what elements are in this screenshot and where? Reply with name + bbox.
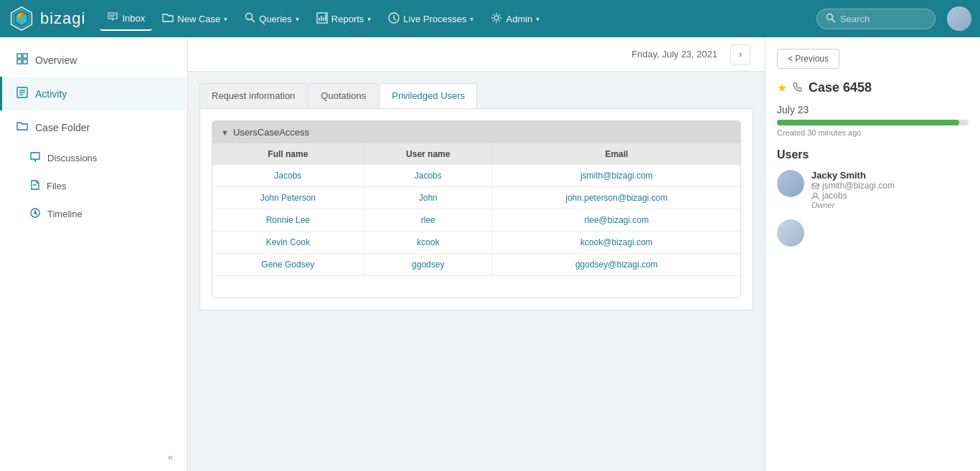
svg-rect-20 xyxy=(17,60,22,64)
sidebar-item-timeline-label: Timeline xyxy=(47,209,83,219)
nav-live-processes[interactable]: Live Processes ▾ xyxy=(381,8,481,30)
previous-button-label: < Previous xyxy=(788,54,829,64)
svg-line-8 xyxy=(252,19,255,23)
sidebar-item-activity-label: Activity xyxy=(35,88,67,100)
user-avatar-img xyxy=(947,6,971,31)
timeline-icon xyxy=(30,208,40,220)
search-icon xyxy=(826,13,836,25)
svg-point-32 xyxy=(814,193,817,196)
progress-label: Created 30 minutes ago xyxy=(777,128,969,137)
section-title: UsersCaseAccess xyxy=(233,127,309,138)
case-title: Case 6458 xyxy=(809,80,872,95)
next-arrow-button[interactable]: › xyxy=(730,44,750,65)
users-table: Full name User name Email JacobsJacobsjs… xyxy=(212,143,740,298)
table-row: John PetersonJohnjohn.peterson@bizagi.co… xyxy=(212,187,740,209)
svg-point-7 xyxy=(246,14,253,20)
users-section: Users Jacky Smith jsmith@bizagi.com jaco… xyxy=(777,148,969,247)
user-role-1: Owner xyxy=(811,201,969,209)
cell-email-3: kcook@bizagi.com xyxy=(492,232,740,254)
sidebar-item-activity[interactable]: Activity xyxy=(0,77,187,110)
svg-rect-18 xyxy=(17,54,22,58)
files-icon xyxy=(30,180,39,192)
user-username-1: jacobs xyxy=(811,191,969,201)
tab-privileged-users[interactable]: Priviledged Users xyxy=(380,83,477,108)
case-date: July 23 xyxy=(777,104,969,115)
previous-button[interactable]: < Previous xyxy=(777,49,839,69)
cell-email-2: rlee@bizagi.com xyxy=(492,209,740,232)
sidebar-item-case-folder[interactable]: Case Folder xyxy=(0,110,187,144)
table-row: Ronnie Leerleerlee@bizagi.com xyxy=(212,209,740,232)
user-icon-1 xyxy=(811,192,819,200)
col-username: User name xyxy=(364,143,492,165)
tab-content: ▼ UsersCaseAccess Full name User name Em… xyxy=(199,108,753,310)
sidebar-collapse-button[interactable]: « xyxy=(0,443,187,471)
sidebar: Overview Activity Case Folder Discussion… xyxy=(0,37,188,471)
right-panel: < Previous ★ Case 6458 July 23 Created 3… xyxy=(765,37,980,471)
cell-user_name-1: John xyxy=(364,187,492,209)
progress-bar-fill xyxy=(777,120,959,125)
user-avatar-1 xyxy=(777,170,804,197)
nav-new-case-label: New Case xyxy=(177,14,220,24)
main-body: Request information Quotations Priviledg… xyxy=(188,72,765,471)
tab-quotations[interactable]: Quotations xyxy=(308,83,378,108)
cell-user_name-2: rlee xyxy=(364,209,492,232)
user-avatar-2 xyxy=(777,219,804,247)
user-avatar[interactable] xyxy=(947,6,971,31)
new-case-chevron: ▾ xyxy=(224,15,227,23)
table-row: Gene Godseyggodseyggodsey@bizagi.com xyxy=(212,254,740,276)
nav-queries[interactable]: Queries ▾ xyxy=(237,8,306,29)
svg-line-17 xyxy=(832,19,836,22)
svg-point-30 xyxy=(34,212,36,214)
top-navigation: bizagi Inbox New Case ▾ Queries ▾ Report… xyxy=(0,0,980,37)
user-card-1: Jacky Smith jsmith@bizagi.com jacobs Own… xyxy=(777,170,969,209)
nav-reports[interactable]: Reports ▾ xyxy=(309,8,379,30)
inbox-icon xyxy=(107,11,118,25)
nav-new-case[interactable]: New Case ▾ xyxy=(155,8,235,30)
search-input[interactable] xyxy=(840,14,926,24)
nav-admin[interactable]: Admin ▾ xyxy=(484,8,547,30)
table-empty-row xyxy=(212,276,740,298)
email-icon-1 xyxy=(811,182,819,190)
next-arrow-icon: › xyxy=(739,49,742,60)
cell-full_name-3: Kevin Cook xyxy=(212,232,364,254)
phone-icon xyxy=(793,82,803,94)
case-folder-icon xyxy=(17,120,28,134)
tab-request-information[interactable]: Request information xyxy=(199,83,307,108)
cell-user_name-4: ggodsey xyxy=(364,254,492,276)
user-email-1: jsmith@bizagi.com xyxy=(811,181,969,191)
tab-request-information-label: Request information xyxy=(212,90,295,101)
sidebar-item-overview[interactable]: Overview xyxy=(0,43,187,77)
col-email: Email xyxy=(492,143,740,165)
date-label: Friday, July 23, 2021 xyxy=(202,49,725,60)
sidebar-item-discussions[interactable]: Discussions xyxy=(0,144,187,172)
search-box[interactable] xyxy=(816,9,936,29)
table-row: JacobsJacobsjsmith@bizagi.com xyxy=(212,165,740,187)
cell-email-4: ggodsey@bizagi.com xyxy=(492,254,740,276)
sidebar-item-timeline[interactable]: Timeline xyxy=(0,200,187,228)
sidebar-item-overview-label: Overview xyxy=(35,54,77,66)
case-header: ★ Case 6458 xyxy=(777,80,969,95)
main-header: Friday, July 23, 2021 › xyxy=(188,37,765,72)
sidebar-item-files-label: Files xyxy=(47,181,66,191)
table-body: JacobsJacobsjsmith@bizagi.comJohn Peters… xyxy=(212,165,740,298)
user-info-1: Jacky Smith jsmith@bizagi.com jacobs Own… xyxy=(811,170,969,209)
cell-user_name-3: kcook xyxy=(364,232,492,254)
nav-inbox[interactable]: Inbox xyxy=(100,7,152,31)
cell-full_name-4: Gene Godsey xyxy=(212,254,364,276)
folder-icon xyxy=(162,12,174,26)
live-processes-chevron: ▾ xyxy=(470,15,473,23)
progress-bar-background xyxy=(777,120,969,125)
col-fullname: Full name xyxy=(212,143,364,165)
star-icon[interactable]: ★ xyxy=(777,81,787,95)
user-username-text-1: jacobs xyxy=(822,191,847,201)
discussions-icon xyxy=(30,152,40,164)
sidebar-item-files[interactable]: Files xyxy=(0,172,187,200)
activity-icon xyxy=(17,87,28,100)
logo[interactable]: bizagi xyxy=(9,6,85,32)
tabs-container: Request information Quotations Priviledg… xyxy=(199,83,753,108)
svg-rect-31 xyxy=(812,184,819,189)
queries-chevron: ▾ xyxy=(296,15,299,23)
user-email-text-1: jsmith@bizagi.com xyxy=(822,181,895,191)
sidebar-item-discussions-label: Discussions xyxy=(47,153,97,163)
logo-text: bizagi xyxy=(40,9,85,28)
